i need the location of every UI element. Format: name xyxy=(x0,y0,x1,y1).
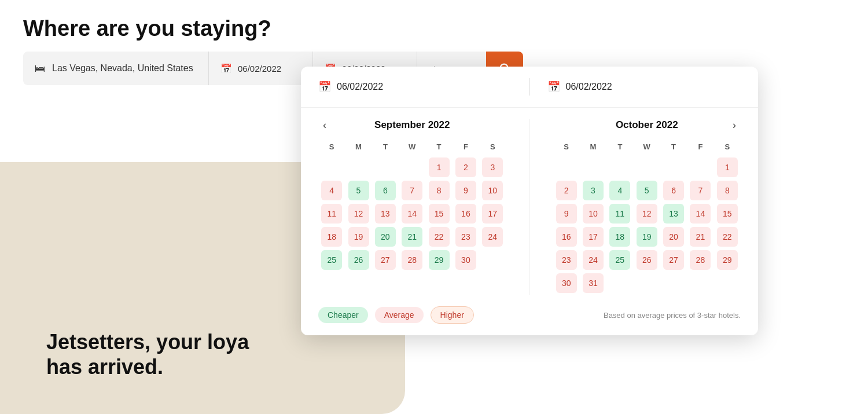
cal-day[interactable]: 2 xyxy=(455,157,476,177)
table-row: 26 xyxy=(634,248,660,272)
cal-day[interactable]: 2 xyxy=(556,181,577,200)
cal-day[interactable]: 24 xyxy=(583,250,604,270)
table-row: 28 xyxy=(687,248,713,272)
cal-day[interactable]: 27 xyxy=(375,250,396,270)
cal-day[interactable]: 4 xyxy=(321,181,342,200)
cal-day[interactable]: 3 xyxy=(583,181,604,200)
cal-day[interactable]: 10 xyxy=(482,181,503,200)
table-row xyxy=(660,156,687,179)
cal-date-inputs: 📅 06/02/2022 📅 06/02/2022 xyxy=(301,67,758,108)
cal-day[interactable]: 31 xyxy=(583,273,604,293)
table-row xyxy=(634,272,660,295)
table-row: 4 xyxy=(318,179,345,202)
cal-day[interactable]: 6 xyxy=(375,181,396,200)
table-row: 13 xyxy=(660,202,687,225)
cal-day[interactable]: 7 xyxy=(690,181,711,200)
cal-day[interactable]: 1 xyxy=(429,157,450,177)
cal-checkout-input[interactable]: 📅 06/02/2022 xyxy=(547,80,741,93)
cal-day[interactable]: 25 xyxy=(321,250,342,270)
cal-day[interactable]: 8 xyxy=(429,181,450,200)
cal-day[interactable]: 28 xyxy=(690,250,711,270)
cal-month-header-oct: October 2022 › xyxy=(553,119,741,131)
cal-day[interactable]: 21 xyxy=(690,227,711,247)
table-row: 13 xyxy=(372,202,399,225)
table-row: 18 xyxy=(318,225,345,248)
cal-day[interactable]: 18 xyxy=(609,227,630,247)
cal-day[interactable]: 14 xyxy=(402,204,422,224)
cal-day[interactable]: 16 xyxy=(455,204,476,224)
cal-day[interactable]: 17 xyxy=(482,204,503,224)
cal-date-divider xyxy=(529,78,530,96)
cal-day[interactable]: 3 xyxy=(482,157,503,177)
cal-day[interactable]: 30 xyxy=(455,250,476,270)
cal-day[interactable]: 22 xyxy=(717,227,738,247)
cal-day[interactable]: 28 xyxy=(402,250,422,270)
weekday-s: S xyxy=(318,140,345,156)
cal-day[interactable]: 10 xyxy=(583,204,604,224)
cal-day[interactable]: 20 xyxy=(663,227,684,247)
cal-checkin-value: 06/02/2022 xyxy=(337,82,383,92)
cal-prev-button[interactable]: ‹ xyxy=(318,117,331,134)
cal-day[interactable]: 15 xyxy=(429,204,450,224)
cal-day[interactable]: 16 xyxy=(556,227,577,247)
cal-day[interactable]: 19 xyxy=(348,227,369,247)
table-row: 15 xyxy=(425,202,452,225)
cal-day[interactable]: 12 xyxy=(637,204,657,224)
table-row xyxy=(687,272,713,295)
cal-day[interactable]: 27 xyxy=(663,250,684,270)
cal-day[interactable]: 24 xyxy=(482,227,503,247)
cal-day[interactable]: 11 xyxy=(321,204,342,224)
cal-legend: Cheaper Average Higher Based on average … xyxy=(301,295,758,324)
cal-day[interactable]: 5 xyxy=(348,181,369,200)
cal-checkin-icon: 📅 xyxy=(318,80,331,93)
page-title: Where are you staying? xyxy=(23,16,845,41)
cal-body: ‹ September 2022 S M T W T F S xyxy=(301,108,758,295)
cal-day[interactable]: 7 xyxy=(402,181,422,200)
table-row: 17 xyxy=(479,202,506,225)
cal-day[interactable]: 19 xyxy=(637,227,657,247)
cal-checkin-input[interactable]: 📅 06/02/2022 xyxy=(318,80,512,93)
table-row: 14 xyxy=(399,202,425,225)
bed-icon: 🛏 xyxy=(35,63,45,75)
location-field[interactable]: 🛏 Las Vegas, Nevada, United States xyxy=(23,52,208,85)
cal-day[interactable]: 22 xyxy=(429,227,450,247)
cal-day[interactable]: 15 xyxy=(717,204,738,224)
cal-day[interactable]: 23 xyxy=(556,250,577,270)
table-row xyxy=(687,156,713,179)
cal-day[interactable]: 13 xyxy=(375,204,396,224)
table-row xyxy=(553,156,580,179)
legend-average: Average xyxy=(375,307,424,323)
weekday-s2-oct: S xyxy=(714,140,741,156)
cal-day[interactable]: 8 xyxy=(717,181,738,200)
cal-month-title-oct: October 2022 xyxy=(616,119,678,131)
cal-day[interactable]: 4 xyxy=(609,181,630,200)
cal-day[interactable]: 26 xyxy=(348,250,369,270)
cal-day[interactable]: 1 xyxy=(717,157,738,177)
weekday-f: F xyxy=(453,140,479,156)
cal-day[interactable]: 13 xyxy=(663,204,684,224)
table-row xyxy=(660,272,687,295)
cal-day[interactable]: 5 xyxy=(637,181,657,200)
cal-day[interactable]: 25 xyxy=(609,250,630,270)
cal-day[interactable]: 20 xyxy=(375,227,396,247)
cal-day[interactable]: 17 xyxy=(583,227,604,247)
cal-day[interactable]: 12 xyxy=(348,204,369,224)
cal-day[interactable]: 29 xyxy=(429,250,450,270)
cal-day[interactable]: 18 xyxy=(321,227,342,247)
cal-next-button[interactable]: › xyxy=(728,117,741,134)
checkin-field[interactable]: 📅 06/02/2022 xyxy=(208,52,312,85)
table-row: 2 xyxy=(553,179,580,202)
cal-day[interactable]: 21 xyxy=(402,227,422,247)
cal-day[interactable]: 30 xyxy=(556,273,577,293)
cal-day[interactable]: 6 xyxy=(663,181,684,200)
cal-day[interactable]: 11 xyxy=(609,204,630,224)
cal-day[interactable]: 9 xyxy=(556,204,577,224)
cal-day[interactable]: 14 xyxy=(690,204,711,224)
table-row: 16 xyxy=(553,225,580,248)
weekday-w: W xyxy=(399,140,425,156)
cal-day[interactable]: 9 xyxy=(455,181,476,200)
cal-day[interactable]: 29 xyxy=(717,250,738,270)
cal-day[interactable]: 26 xyxy=(637,250,657,270)
table-row: 23 xyxy=(553,248,580,272)
cal-day[interactable]: 23 xyxy=(455,227,476,247)
